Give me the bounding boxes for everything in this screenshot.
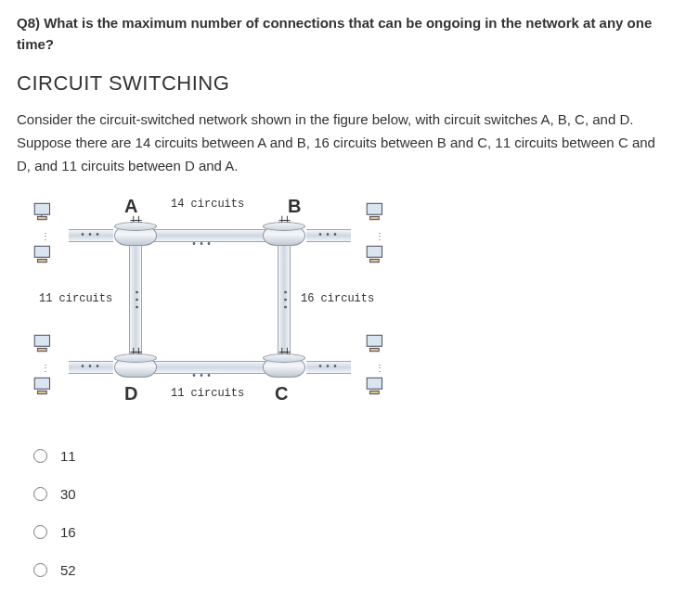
radio-icon [33, 525, 47, 539]
svg-rect-1 [38, 217, 47, 220]
node-label-c: C [275, 383, 288, 404]
svg-rect-10 [38, 349, 47, 352]
svg-rect-3 [34, 247, 49, 258]
answer-options: 11 30 16 52 [17, 437, 669, 589]
option-1[interactable]: 11 [33, 437, 669, 475]
computer-icon [32, 374, 56, 398]
option-label: 52 [60, 562, 76, 578]
radio-icon [33, 563, 47, 577]
computer-icon [364, 331, 388, 355]
computer-icon [32, 331, 56, 355]
option-label: 16 [60, 524, 76, 540]
computer-icon [364, 199, 388, 224]
svg-rect-14 [370, 349, 380, 352]
option-label: 11 [60, 448, 76, 464]
svg-rect-12 [38, 391, 47, 394]
section-heading: CIRCUIT SWITCHING [17, 71, 669, 96]
node-label-a: A [124, 196, 137, 217]
node-label-b: B [288, 196, 301, 217]
svg-rect-11 [34, 379, 49, 390]
question-title: Q8) What is the maximum number of connec… [17, 13, 669, 55]
question-description: Consider the circuit-switched network sh… [17, 109, 669, 177]
edge-label-ab: 14 circuits [171, 198, 244, 211]
radio-icon [33, 449, 47, 463]
svg-rect-8 [370, 260, 380, 263]
computer-icon [32, 199, 56, 224]
option-label: 30 [60, 486, 76, 502]
option-2[interactable]: 30 [33, 475, 669, 513]
edge-label-da: 11 circuits [39, 292, 112, 305]
network-figure: ╪╪ ╪╪ ╪╪ ╪╪ ⋮ ⋮ ⋮ [17, 198, 669, 411]
svg-rect-9 [34, 336, 49, 347]
node-label-d: D [124, 383, 137, 404]
svg-rect-13 [367, 336, 382, 347]
svg-rect-16 [370, 391, 380, 394]
computer-icon [364, 374, 388, 398]
computer-icon [32, 242, 56, 266]
edge-label-bc: 16 circuits [301, 292, 374, 305]
option-4[interactable]: 52 [33, 551, 669, 589]
option-3[interactable]: 16 [33, 513, 669, 551]
svg-rect-4 [38, 260, 47, 263]
svg-rect-15 [367, 379, 382, 390]
svg-rect-6 [370, 217, 380, 220]
edge-label-cd: 11 circuits [171, 387, 244, 400]
computer-icon [364, 242, 388, 266]
radio-icon [33, 487, 47, 501]
svg-rect-7 [367, 247, 382, 258]
svg-rect-0 [34, 204, 49, 215]
svg-rect-5 [367, 204, 382, 215]
